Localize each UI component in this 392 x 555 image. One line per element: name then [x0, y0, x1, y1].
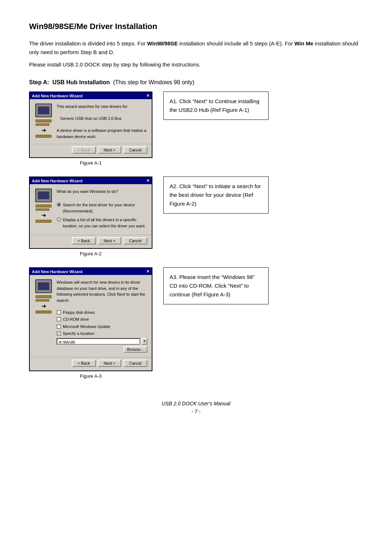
- instruction-a3-box: A3. Please insert the “Windows 98” CD in…: [163, 267, 269, 304]
- input-row-a3: A:\Win98 ▼: [57, 338, 147, 345]
- radio-1-label: Search for the best driver for your devi…: [63, 202, 147, 214]
- chk-3[interactable]: [57, 324, 61, 329]
- radio-2[interactable]: [57, 217, 61, 222]
- dialog-a1-title: Add New Hardware Wizard: [32, 94, 82, 98]
- dialog-a2-text: What do you want Windows to do? Search f…: [57, 189, 147, 230]
- chk-1[interactable]: [57, 310, 61, 315]
- chk-4[interactable]: [57, 331, 61, 336]
- dialog-a3-icon-col: ➜: [34, 279, 53, 353]
- dialog-a3-back-button[interactable]: < Back: [72, 360, 96, 367]
- dialog-a1: Add New Hardware Wizard ✕ ➜ This: [29, 92, 152, 158]
- dialog-a3: Add New Hardware Wizard ✕ ➜ Windo: [29, 267, 152, 371]
- chip-6: [36, 220, 52, 223]
- dialog-a3-titlebar: Add New Hardware Wizard ✕: [30, 268, 152, 275]
- monitor-screen: [38, 106, 49, 114]
- intro-text-1: The driver installation is divided into …: [29, 40, 147, 46]
- figure-a3-col: Add New Hardware Wizard ✕ ➜ Windo: [29, 267, 152, 379]
- chk-4-label: Specify a location:: [63, 331, 95, 337]
- chk-2-label: CD-ROM drive: [63, 316, 89, 323]
- monitor-icon-3: [35, 279, 52, 293]
- intro-paragraph-2: Please install USB 2.0 DOCK step by step…: [29, 60, 363, 69]
- figure-a2-row: Add New Hardware Wizard ✕ ➜ What: [29, 177, 363, 256]
- dialog-a1-titlebar: Add New Hardware Wizard ✕: [30, 92, 152, 99]
- chk-1-label: Floppy disk drives: [63, 309, 95, 316]
- dialog-a1-line3: A device driver is a software program th…: [57, 127, 147, 139]
- dialog-a2-line1: What do you want Windows to do?: [57, 189, 147, 195]
- dialog-a1-buttons: < Back Next > Cancel: [30, 144, 152, 157]
- chip-1: [36, 119, 52, 122]
- step-a-title: USB Hub Installation: [52, 79, 110, 85]
- chk-row-1: Floppy disk drives: [57, 309, 147, 316]
- dialog-a2-cancel-button[interactable]: Cancel: [123, 237, 147, 244]
- dialog-a1-content: ➜ This wizard searches for new drivers f…: [30, 99, 152, 144]
- dialog-a1-icon-col: ➜: [34, 104, 53, 139]
- dialog-a2-content: ➜ What do you want Windows to do? Search…: [30, 184, 152, 235]
- instruction-a2-text: A2. Click “Next” to initiate a search fo…: [170, 183, 261, 207]
- radio-group-a2: Search for the best driver for your devi…: [57, 202, 147, 229]
- dialog-a2-back-button[interactable]: < Back: [72, 237, 96, 244]
- arrow-icon-2: ➜: [36, 212, 52, 219]
- location-input[interactable]: A:\Win98: [57, 338, 140, 345]
- monitor-screen-2: [38, 191, 49, 199]
- dialog-a1-back-button[interactable]: < Back: [72, 146, 96, 154]
- dialog-a3-text: Windows will search for new drivers in i…: [57, 279, 147, 353]
- dialog-a3-buttons: < Back Next > Cancel: [30, 357, 152, 370]
- chk-3-label: Microsoft Windows Update: [63, 324, 110, 330]
- arrow-icon: ➜: [36, 127, 52, 134]
- dialog-a1-text: This wizard searches for new drivers for…: [57, 104, 147, 139]
- dialog-a1-next-button[interactable]: Next >: [98, 146, 121, 154]
- monitor-screen-3: [38, 282, 49, 290]
- figure-a2-col: Add New Hardware Wizard ✕ ➜ What: [29, 177, 152, 256]
- location-input-value: A:\Win98: [59, 340, 75, 344]
- chips-icon: ➜: [36, 119, 52, 138]
- instruction-a2-box: A2. Click “Next” to initiate a search fo…: [163, 177, 269, 214]
- footer: USB 2.0 DOCK User's Manual - 7 -: [29, 401, 363, 414]
- instruction-a1-box: A1. Click “Next” to Continue installing …: [163, 92, 269, 120]
- intro-bold-2: Win Me: [294, 40, 313, 46]
- dialog-a2-close[interactable]: ✕: [146, 178, 150, 183]
- chips-icon-2: ➜: [36, 204, 52, 223]
- radio-2-label: Display a list of all the drivers in a s…: [63, 217, 147, 229]
- dialog-a3-next-button[interactable]: Next >: [98, 360, 121, 367]
- chips-icon-3: ➜: [36, 295, 52, 313]
- chip-9: [36, 311, 52, 313]
- figure-a2-caption: Figure A-2: [80, 251, 102, 256]
- browse-button[interactable]: Browse...: [123, 346, 147, 353]
- dialog-a2-titlebar: Add New Hardware Wizard ✕: [30, 177, 152, 184]
- dialog-a3-cancel-button[interactable]: Cancel: [123, 360, 147, 367]
- radio-row-1: Search for the best driver for your devi…: [57, 202, 147, 214]
- chip-8: [36, 299, 49, 301]
- chip-7: [36, 295, 52, 298]
- page-number: - 7 -: [29, 409, 363, 414]
- footer-manual: USB 2.0 DOCK User's Manual: [29, 401, 363, 406]
- chip-5: [36, 208, 49, 211]
- figure-a1-caption: Figure A-1: [80, 160, 102, 166]
- arrow-icon-3: ➜: [36, 303, 52, 309]
- dialog-a1-cancel-button[interactable]: Cancel: [123, 146, 147, 154]
- dropdown-button[interactable]: ▼: [142, 338, 147, 345]
- browse-row: Browse...: [57, 346, 147, 353]
- dialog-a2-buttons: < Back Next > Cancel: [30, 235, 152, 248]
- radio-row-2: Display a list of all the drivers in a s…: [57, 217, 147, 229]
- intro-bold-1: Win98/98SE: [147, 40, 178, 46]
- chk-row-3: Microsoft Windows Update: [57, 324, 147, 330]
- radio-1[interactable]: [57, 202, 61, 207]
- dialog-a2-next-button[interactable]: Next >: [98, 237, 121, 244]
- dialog-a1-line2: Generic USB Hub on USB 2.0 Bus: [57, 116, 147, 122]
- dialog-a1-close[interactable]: ✕: [146, 93, 150, 98]
- chk-2[interactable]: [57, 317, 61, 321]
- instruction-a1-text: A1. Click “Next” to Continue installing …: [170, 98, 260, 113]
- monitor-icon-2: [35, 189, 52, 202]
- step-a-label: Step A:: [29, 79, 49, 85]
- monitor-icon: [35, 104, 52, 117]
- intro-paragraph-1: The driver installation is divided into …: [29, 39, 363, 57]
- chip-3: [36, 135, 52, 138]
- step-a-header: Step A: USB Hub Installation (This step …: [29, 79, 363, 86]
- page-title: Win98/98SE/Me Driver Installation: [29, 22, 363, 31]
- dialog-a3-title: Add New Hardware Wizard: [32, 270, 82, 274]
- figure-a3-caption: Figure A-3: [80, 373, 102, 379]
- chip-2: [36, 123, 49, 126]
- chk-row-4: Specify a location:: [57, 331, 147, 337]
- figure-a1-col: Add New Hardware Wizard ✕ ➜ This: [29, 92, 152, 166]
- dialog-a3-close[interactable]: ✕: [146, 269, 150, 274]
